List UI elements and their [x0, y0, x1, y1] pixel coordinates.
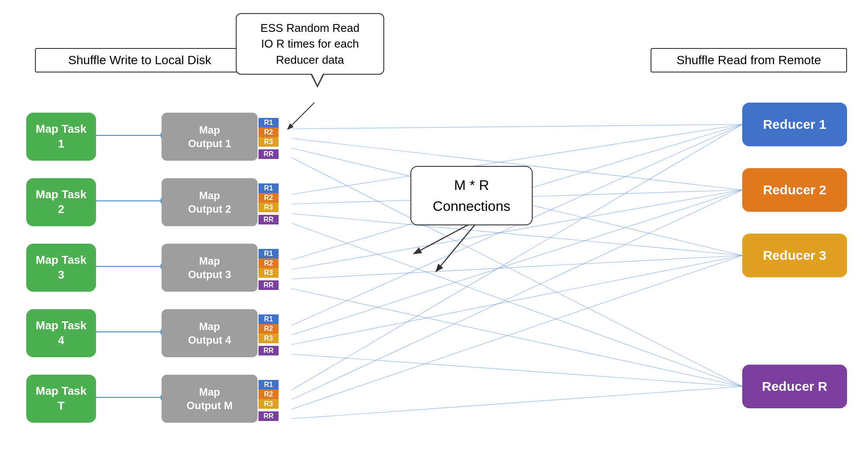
partition-r2-m: R2 — [258, 390, 279, 399]
partition-r2-1: R2 — [258, 128, 279, 137]
diagram-container: Shuffle Write to Local Disk Shuffle Read… — [0, 0, 868, 469]
partition-rr-1: RR — [258, 149, 279, 159]
svg-line-27 — [437, 218, 480, 271]
partition-stack-2: R1 R2 R3 RR — [258, 183, 279, 224]
svg-line-20 — [292, 354, 742, 386]
partition-r1-1: R1 — [258, 118, 279, 128]
reducer-2: Reducer 2 — [742, 168, 847, 212]
partition-r2-2: R2 — [258, 193, 279, 203]
svg-line-19 — [292, 255, 742, 345]
partition-stack-4: R1 R2 R3 RR — [258, 314, 279, 355]
partition-rr-3: RR — [258, 280, 279, 290]
reducer-r: Reducer R — [742, 365, 847, 408]
partition-stack-1: R1 R2 R3 RR — [258, 118, 279, 159]
ess-bubble: ESS Random ReadIO R times for eachReduce… — [236, 13, 384, 75]
partition-rr-2: RR — [258, 215, 279, 224]
shuffle-write-label: Shuffle Write to Local Disk — [35, 48, 245, 72]
map-task-3: Map Task 3 — [26, 244, 96, 292]
partition-r3-1: R3 — [258, 137, 279, 147]
map-task-4: Map Task 4 — [26, 309, 96, 357]
reducer-1: Reducer 1 — [742, 103, 847, 146]
mr-bubble-text: M * RConnections — [433, 177, 510, 214]
partition-r1-3: R1 — [258, 249, 279, 259]
partition-r2-3: R2 — [258, 259, 279, 268]
map-output-1: Map Output 1 — [162, 113, 258, 161]
svg-line-21 — [292, 124, 742, 390]
partition-r3-m: R3 — [258, 399, 279, 409]
svg-line-24 — [292, 386, 742, 419]
map-task-1: Map Task 1 — [26, 113, 96, 161]
partition-rr-4: RR — [258, 346, 279, 355]
svg-line-12 — [292, 223, 742, 386]
partition-r1-2: R1 — [258, 183, 279, 193]
svg-line-15 — [292, 255, 742, 279]
mr-bubble: M * RConnections — [410, 166, 533, 225]
map-output-3: Map Output 3 — [162, 244, 258, 292]
reducer-3: Reducer 3 — [742, 234, 847, 277]
partition-r1-4: R1 — [258, 314, 279, 324]
partition-stack-m: R1 R2 R3 RR — [258, 380, 279, 421]
partition-rr-m: RR — [258, 411, 279, 421]
map-task-2: Map Task 2 — [26, 178, 96, 226]
partition-r3-3: R3 — [258, 268, 279, 278]
svg-line-16 — [292, 289, 742, 386]
svg-line-23 — [292, 255, 742, 409]
shuffle-read-label: Shuffle Read from Remote — [651, 48, 847, 72]
partition-r3-4: R3 — [258, 334, 279, 343]
svg-line-25 — [288, 103, 314, 129]
ess-bubble-text: ESS Random ReadIO R times for eachReduce… — [261, 21, 360, 66]
map-output-2: Map Output 2 — [162, 178, 258, 226]
partition-stack-3: R1 R2 R3 RR — [258, 249, 279, 290]
map-output-m: Map Output M — [162, 375, 258, 423]
partition-r1-m: R1 — [258, 380, 279, 390]
svg-line-5 — [292, 124, 742, 129]
partition-r2-4: R2 — [258, 324, 279, 334]
partition-r3-2: R3 — [258, 203, 279, 212]
map-task-t: Map Task T — [26, 375, 96, 423]
map-output-4: Map Output 4 — [162, 309, 258, 357]
